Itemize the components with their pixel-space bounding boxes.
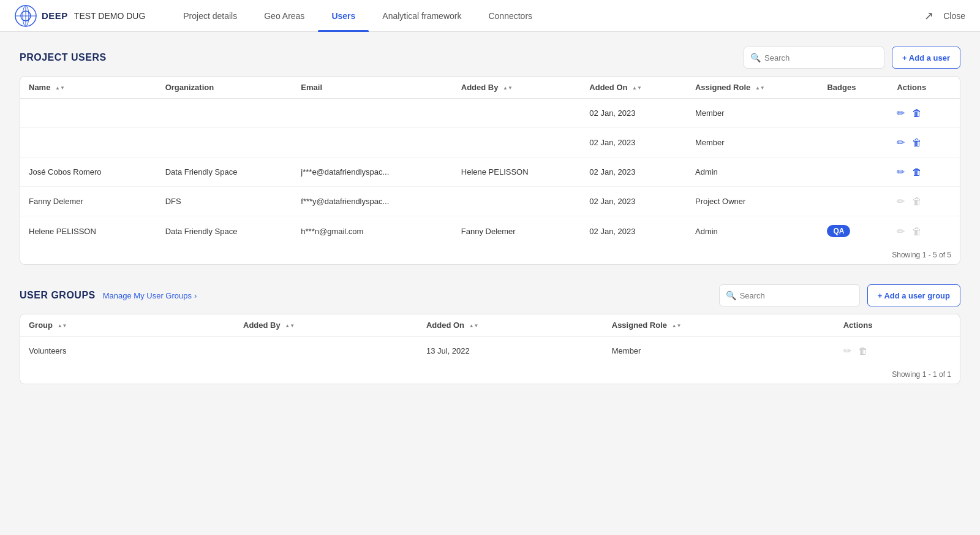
cell-added-on: 02 Jan, 2023 <box>581 128 687 157</box>
delete-icon[interactable]: 🗑 <box>912 137 922 148</box>
cell-added-by: Helene PELISSON <box>453 157 581 187</box>
edit-icon: ✏ <box>897 196 905 207</box>
cell-badge <box>818 128 888 157</box>
cell-actions: ✏ 🗑 <box>888 128 960 157</box>
ug-col-added-by: Added By ▲▼ <box>235 314 418 336</box>
col-actions: Actions <box>888 77 960 99</box>
logo-area: DEEP TEST DEMO DUG <box>15 5 145 27</box>
cell-name <box>20 99 157 128</box>
sort-group-icon[interactable]: ▲▼ <box>58 323 67 328</box>
main-content: PROJECT USERS 🔍 + Add a user Name ▲▼ Or <box>0 32 980 535</box>
cell-badge <box>818 157 888 187</box>
project-title: TEST DEMO DUG <box>74 11 145 21</box>
ug-cell-added-on: 13 Jul, 2022 <box>418 336 603 366</box>
chevron-right-icon: › <box>194 291 197 300</box>
ug-cell-actions: ✏ 🗑 <box>835 336 960 366</box>
deep-logo-icon <box>15 5 37 27</box>
table-row: José Cobos Romero Data Friendly Space j*… <box>20 157 960 187</box>
col-added-on: Added On ▲▼ <box>581 77 687 99</box>
cell-email <box>292 99 452 128</box>
project-users-table-container: Name ▲▼ Organization Email Added By ▲▼ A… <box>20 76 960 265</box>
ug-cell-group: Volunteers <box>20 336 235 366</box>
close-button[interactable]: Close <box>943 11 965 21</box>
ug-col-group: Group ▲▼ <box>20 314 235 336</box>
nav-connectors[interactable]: Connectors <box>475 0 546 32</box>
project-users-title: PROJECT USERS <box>20 52 107 63</box>
cell-role: Admin <box>687 157 819 187</box>
cell-added-on: 02 Jan, 2023 <box>581 99 687 128</box>
search-icon: 🔍 <box>750 53 761 63</box>
badge-qa: QA <box>827 225 850 237</box>
cell-added-by <box>453 128 581 157</box>
cell-name: Helene PELISSON <box>20 216 157 246</box>
cell-role: Project Owner <box>687 187 819 216</box>
user-groups-header: USER GROUPS Manage My User Groups › 🔍 + … <box>20 284 960 306</box>
nav-right: ↗ Close <box>924 9 965 23</box>
table-row: 02 Jan, 2023 Member ✏ 🗑 <box>20 128 960 157</box>
sort-ug-added-on-icon[interactable]: ▲▼ <box>469 323 479 328</box>
cell-role: Admin <box>687 216 819 246</box>
nav-project-details[interactable]: Project details <box>170 0 251 32</box>
manage-my-user-groups-link[interactable]: Manage My User Groups › <box>103 291 197 300</box>
cell-added-on: 02 Jan, 2023 <box>581 187 687 216</box>
project-users-header: PROJECT USERS 🔍 + Add a user <box>20 47 960 69</box>
cell-badge <box>818 99 888 128</box>
cell-organization: Data Friendly Space <box>157 216 293 246</box>
delete-icon[interactable]: 🗑 <box>912 167 922 177</box>
topnav: DEEP TEST DEMO DUG Project details Geo A… <box>0 0 980 32</box>
user-groups-search-input[interactable] <box>740 291 853 300</box>
cell-actions: ✏ 🗑 <box>888 99 960 128</box>
user-groups-search-box: 🔍 <box>719 284 860 306</box>
project-users-search-box: 🔍 <box>744 47 884 69</box>
user-groups-title: USER GROUPS <box>20 290 96 301</box>
project-users-search-input[interactable] <box>764 53 878 63</box>
user-groups-section: USER GROUPS Manage My User Groups › 🔍 + … <box>20 284 960 384</box>
col-assigned-role: Assigned Role ▲▼ <box>687 77 819 99</box>
project-users-table-header-row: Name ▲▼ Organization Email Added By ▲▼ A… <box>20 77 960 99</box>
cell-added-on: 02 Jan, 2023 <box>581 157 687 187</box>
cell-name: Fanny Delemer <box>20 187 157 216</box>
list-item: Volunteers 13 Jul, 2022 Member ✏ 🗑 <box>20 336 960 366</box>
cell-added-by <box>453 99 581 128</box>
nav-links: Project details Geo Areas Users Analytic… <box>170 0 924 32</box>
cell-role: Member <box>687 128 819 157</box>
col-name: Name ▲▼ <box>20 77 157 99</box>
user-groups-table-container: Group ▲▼ Added By ▲▼ Added On ▲▼ Assigne… <box>20 314 960 384</box>
table-row: Helene PELISSON Data Friendly Space h***… <box>20 216 960 246</box>
sort-added-by-icon[interactable]: ▲▼ <box>503 85 513 91</box>
cell-added-by: Fanny Delemer <box>453 216 581 246</box>
cell-organization <box>157 99 293 128</box>
share-icon[interactable]: ↗ <box>924 9 933 23</box>
nav-users[interactable]: Users <box>318 0 369 32</box>
ug-cell-role: Member <box>603 336 835 366</box>
cell-badge <box>818 187 888 216</box>
nav-geo-areas[interactable]: Geo Areas <box>251 0 318 32</box>
ug-cell-added-by <box>235 336 418 366</box>
edit-icon[interactable]: ✏ <box>897 137 905 148</box>
delete-icon[interactable]: 🗑 <box>912 108 922 118</box>
ug-delete-icon: 🗑 <box>858 346 868 356</box>
nav-analytical-framework[interactable]: Analytical framework <box>369 0 475 32</box>
sort-ug-role-icon[interactable]: ▲▼ <box>672 323 682 328</box>
project-users-table-wrap: Name ▲▼ Organization Email Added By ▲▼ A… <box>20 76 960 265</box>
cell-actions: ✏ 🗑 <box>888 187 960 216</box>
edit-icon[interactable]: ✏ <box>897 108 905 118</box>
user-groups-table-header-row: Group ▲▼ Added By ▲▼ Added On ▲▼ Assigne… <box>20 314 960 336</box>
sort-name-icon[interactable]: ▲▼ <box>55 85 65 91</box>
ug-col-added-on: Added On ▲▼ <box>418 314 603 336</box>
delete-icon: 🗑 <box>912 226 922 237</box>
cell-actions: ✏ 🗑 <box>888 157 960 187</box>
sort-role-icon[interactable]: ▲▼ <box>755 85 765 91</box>
sort-ug-added-by-icon[interactable]: ▲▼ <box>285 323 295 328</box>
cell-organization <box>157 128 293 157</box>
table-row: Fanny Delemer DFS f***y@datafriendlyspac… <box>20 187 960 216</box>
cell-role: Member <box>687 99 819 128</box>
cell-actions: ✏ 🗑 <box>888 216 960 246</box>
cell-email <box>292 128 452 157</box>
add-user-group-button[interactable]: + Add a user group <box>867 284 960 306</box>
sort-added-on-icon[interactable]: ▲▼ <box>632 85 642 91</box>
edit-icon[interactable]: ✏ <box>897 167 905 177</box>
cell-name <box>20 128 157 157</box>
add-user-button[interactable]: + Add a user <box>892 47 960 69</box>
cell-badge: QA <box>818 216 888 246</box>
